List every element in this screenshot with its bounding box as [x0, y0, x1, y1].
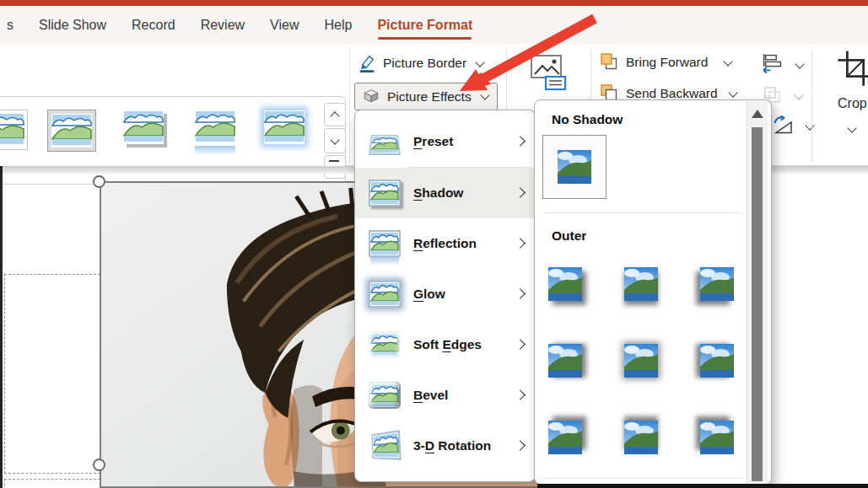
- menu-item-glow[interactable]: Glow: [355, 269, 535, 319]
- outer-shadow-option-center[interactable]: [623, 342, 660, 379]
- pencil-border-icon: [358, 54, 376, 72]
- picture-effects-menu: PresetShadowReflectionGlowSoft EdgesBeve…: [354, 110, 536, 482]
- landscape-effect-icon: [369, 281, 401, 308]
- submenu-arrow-icon: [515, 288, 526, 299]
- menu-item-label: Shadow: [413, 185, 463, 201]
- picture-border-label: Picture Border: [383, 56, 466, 71]
- selection-handle-top-left[interactable]: [93, 175, 105, 188]
- rotate-objects-button[interactable]: [773, 115, 813, 138]
- gallery-scroll-down-button[interactable]: [324, 128, 346, 153]
- submenu-divider: [542, 212, 741, 213]
- menu-item-3-d-rotation[interactable]: 3-D Rotation: [355, 421, 535, 471]
- bring-forward-label: Bring Forward: [626, 55, 708, 70]
- submenu-arrow-icon: [515, 440, 526, 451]
- bottom-dark-strip: [537, 484, 868, 488]
- scroll-up-arrow-icon[interactable]: [752, 110, 763, 118]
- bring-forward-icon: [601, 53, 619, 72]
- picture-style-thumbnail[interactable]: [118, 110, 169, 169]
- chevron-down-icon: [724, 56, 733, 66]
- crop-icon: [837, 76, 868, 90]
- pane-edge: [0, 166, 3, 488]
- picture-style-thumbnail[interactable]: [259, 110, 310, 169]
- menu-item-label: Bevel: [413, 388, 448, 403]
- menu-item-label: Reflection: [413, 236, 477, 251]
- alt-text-button[interactable]: [528, 54, 567, 94]
- landscape-effect-icon: [369, 432, 401, 459]
- outer-shadow-option-top[interactable]: [623, 419, 660, 456]
- alt-text-icon: [528, 79, 567, 94]
- group-divider: [811, 49, 812, 163]
- landscape-effect-icon: [369, 180, 401, 206]
- menu-item-soft-edges[interactable]: Soft Edges: [355, 319, 535, 370]
- landscape-effect-icon: [369, 128, 401, 155]
- align-objects-button[interactable]: [762, 54, 803, 77]
- rotate-objects-icon: [773, 115, 795, 138]
- ribbon-tabs: sSlide ShowRecordReviewViewHelpPicture F…: [0, 6, 868, 44]
- picture-effects-label: Picture Effects: [387, 89, 472, 105]
- chevron-down-icon: [794, 90, 803, 99]
- scrollbar-thumb[interactable]: [752, 127, 763, 481]
- picture-border-button[interactable]: Picture Border: [358, 54, 483, 72]
- chevron-up-icon: [330, 111, 339, 121]
- group-divider: [349, 49, 350, 163]
- tab-picture-format[interactable]: Picture Format: [377, 18, 472, 33]
- selection-handle-middle-left[interactable]: [93, 459, 105, 471]
- outer-shadow-option-bottom[interactable]: [623, 265, 660, 303]
- no-shadow-option[interactable]: [542, 135, 607, 199]
- crop-label: Crop: [838, 96, 868, 111]
- submenu-divider: [542, 478, 741, 479]
- picture-style-thumbnail[interactable]: [46, 110, 97, 169]
- tab-view[interactable]: View: [270, 18, 299, 33]
- bring-forward-button[interactable]: Bring Forward: [601, 53, 731, 72]
- submenu-scrollbar[interactable]: [747, 101, 768, 484]
- chevron-down-icon: [849, 120, 855, 135]
- chevron-down-icon: [805, 121, 814, 130]
- content-placeholder[interactable]: [4, 479, 100, 488]
- outer-shadow-option-top-left[interactable]: [698, 419, 736, 456]
- chevron-down-icon: [728, 88, 737, 97]
- gallery-more-icon: [329, 160, 339, 162]
- submenu-arrow-icon: [515, 389, 526, 400]
- menu-item-label: Preset: [413, 134, 453, 149]
- chevron-down-icon: [475, 57, 484, 67]
- menu-item-label: Soft Edges: [413, 337, 482, 352]
- crop-button[interactable]: [837, 49, 868, 91]
- landscape-effect-icon: [369, 230, 401, 257]
- outer-shadow-option-right[interactable]: [547, 342, 584, 379]
- powerpoint-window: sSlide ShowRecordReviewViewHelpPicture F…: [0, 0, 868, 488]
- submenu-arrow-icon: [515, 238, 526, 249]
- chevron-down-icon: [480, 90, 489, 99]
- picture-style-thumbnail[interactable]: [190, 110, 240, 169]
- submenu-arrow-icon: [515, 187, 526, 198]
- tab-slide-show[interactable]: Slide Show: [39, 18, 106, 33]
- content-placeholder[interactable]: [4, 274, 100, 474]
- outer-header: Outer: [552, 228, 586, 244]
- picture-effects-button[interactable]: Picture Effects: [354, 83, 498, 110]
- outer-shadow-option-bottom-left[interactable]: [698, 265, 736, 303]
- no-shadow-header: No Shadow: [552, 112, 623, 127]
- tab-review[interactable]: Review: [201, 18, 245, 33]
- outer-shadow-option-top-right[interactable]: [547, 419, 584, 456]
- submenu-arrow-icon: [515, 136, 526, 147]
- menu-item-bevel[interactable]: Bevel: [355, 370, 535, 421]
- menu-item-shadow[interactable]: Shadow: [355, 168, 535, 218]
- outer-shadow-option-bottom-right[interactable]: [547, 265, 584, 303]
- picture-style-thumbnail[interactable]: [0, 110, 30, 169]
- gallery-scroll-up-button[interactable]: [324, 103, 346, 126]
- tab-help[interactable]: Help: [324, 18, 352, 33]
- landscape-effect-icon: [369, 382, 401, 409]
- effects-cube-icon: [362, 88, 380, 106]
- tab-s[interactable]: s: [7, 18, 13, 33]
- landscape-effect-icon: [369, 331, 401, 358]
- submenu-arrow-icon: [515, 339, 526, 350]
- titlebar-accent-strip: [0, 0, 868, 6]
- chevron-down-icon: [795, 59, 804, 68]
- tab-record[interactable]: Record: [132, 18, 175, 33]
- outer-shadow-option-left[interactable]: [698, 342, 736, 379]
- menu-item-reflection[interactable]: Reflection: [355, 218, 535, 269]
- chevron-down-icon: [330, 135, 339, 144]
- align-objects-icon: [762, 54, 783, 77]
- menu-item-preset[interactable]: Preset: [355, 116, 535, 167]
- shadow-submenu: No Shadow Outer: [534, 99, 772, 485]
- menu-bar: sSlide ShowRecordReviewViewHelpPicture F…: [0, 6, 868, 44]
